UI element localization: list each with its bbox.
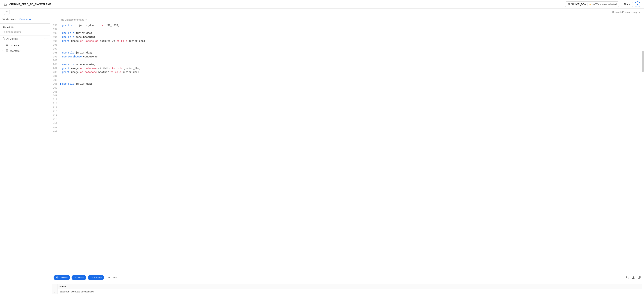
results-tab-results[interactable]: Results bbox=[88, 275, 104, 280]
code-line[interactable] bbox=[62, 90, 642, 94]
sidebar: WorksheetsDatabases Pinned (0) No pinned… bbox=[0, 16, 50, 300]
code-line[interactable] bbox=[62, 109, 642, 113]
line-number: 215 bbox=[53, 117, 57, 121]
code-line[interactable] bbox=[62, 102, 642, 106]
table-cell[interactable]: Statement executed successfully. bbox=[58, 289, 642, 294]
line-number: 193 bbox=[53, 31, 57, 35]
code-line[interactable]: use role junior_dba; bbox=[62, 31, 642, 35]
code-line[interactable] bbox=[62, 28, 642, 32]
code-line[interactable]: grant usage on warehouse compute_wh to r… bbox=[62, 39, 642, 43]
code-content[interactable]: grant role junior_dba to user SF_USER; u… bbox=[60, 24, 644, 273]
line-number: 211 bbox=[53, 102, 57, 106]
svg-rect-15 bbox=[638, 276, 640, 278]
code-line[interactable] bbox=[62, 86, 642, 90]
return-icon bbox=[90, 276, 93, 279]
home-icon[interactable] bbox=[4, 3, 7, 6]
worksheet-title-dropdown[interactable]: CITIBIKE_ZERO_TO_SNOWFLAKE ▼ bbox=[9, 3, 54, 6]
code-line[interactable]: use role junior_dba; bbox=[62, 51, 642, 55]
code-line[interactable]: grant usage on database weather to role … bbox=[62, 70, 642, 74]
code-line[interactable] bbox=[62, 121, 642, 125]
line-number-gutter: 1911921931941951961971981992002012022032… bbox=[50, 24, 60, 273]
warehouse-status-dot bbox=[590, 4, 590, 5]
code-line[interactable] bbox=[62, 47, 642, 51]
db-selector-text: No Database selected bbox=[61, 18, 84, 21]
sidebar-tab-worksheets[interactable]: Worksheets bbox=[2, 16, 16, 23]
results-toolbar: ObjectsEditorResultsChart bbox=[50, 273, 644, 282]
code-line[interactable]: use role accountadmin; bbox=[62, 35, 642, 39]
line-number: 197 bbox=[53, 47, 57, 51]
database-selector-dropdown[interactable]: No Database selected ▼ bbox=[50, 16, 644, 24]
table-row[interactable]: 1Statement executed successfully. bbox=[52, 289, 642, 294]
code-line[interactable]: use role junior_dba; bbox=[62, 82, 642, 86]
svg-point-4 bbox=[6, 11, 6, 12]
line-number: 208 bbox=[53, 90, 57, 94]
results-tab-editor[interactable]: Editor bbox=[72, 275, 86, 280]
content-area: No Database selected ▼ 19119219319419519… bbox=[50, 16, 644, 300]
tree-item-weather[interactable]: ›WEATHER bbox=[0, 48, 50, 53]
code-line[interactable]: use warehouse compute_wh; bbox=[62, 55, 642, 59]
code-line[interactable]: grant role junior_dba to user SF_USER; bbox=[62, 24, 642, 28]
results-table: status 1Statement executed successfully. bbox=[52, 284, 642, 294]
chevron-right-icon: › bbox=[2, 45, 4, 47]
run-button[interactable] bbox=[635, 2, 640, 7]
line-number: 218 bbox=[53, 129, 57, 133]
line-number: 213 bbox=[53, 109, 57, 113]
results-tab-label: Editor bbox=[78, 276, 84, 279]
code-line[interactable]: grant usage on database citibike to role… bbox=[62, 67, 642, 71]
toggle-panel-button[interactable] bbox=[638, 276, 641, 279]
code-line[interactable] bbox=[62, 125, 642, 129]
top-bar: CITIBIKE_ZERO_TO_SNOWFLAKE ▼ JUNIOR_DBA … bbox=[0, 0, 644, 9]
sub-bar: Updated 43 seconds ago ▼ bbox=[0, 9, 644, 16]
line-number: 205 bbox=[53, 78, 57, 82]
code-editor[interactable]: 1911921931941951961971981992002012022032… bbox=[50, 24, 644, 273]
sidebar-tab-databases[interactable]: Databases bbox=[20, 16, 32, 23]
search-results-button[interactable] bbox=[626, 276, 629, 279]
results-tabs: ObjectsEditorResultsChart bbox=[54, 275, 120, 280]
download-results-button[interactable] bbox=[632, 276, 635, 279]
code-line[interactable] bbox=[62, 94, 642, 98]
line-number: 196 bbox=[53, 43, 57, 47]
tree-item-label: WEATHER bbox=[10, 49, 21, 52]
results-tab-chart[interactable]: Chart bbox=[106, 275, 120, 280]
database-tree: ›CITIBIKE›WEATHER bbox=[0, 42, 50, 54]
line-number: 207 bbox=[53, 86, 57, 90]
column-header[interactable]: status bbox=[58, 284, 642, 289]
results-tab-objects[interactable]: Objects bbox=[54, 275, 70, 280]
more-menu-button[interactable]: ••• bbox=[44, 38, 48, 40]
top-bar-right: JUNIOR_DBA No Warehouse selected Share bbox=[565, 2, 640, 7]
line-number: 191 bbox=[53, 24, 57, 28]
svg-point-6 bbox=[3, 38, 4, 39]
play-icon bbox=[637, 4, 638, 5]
code-line[interactable] bbox=[62, 59, 642, 63]
database-icon bbox=[6, 44, 8, 47]
line-number: 210 bbox=[53, 98, 57, 102]
results-tab-label: Results bbox=[94, 276, 102, 279]
code-line[interactable] bbox=[62, 105, 642, 109]
code-line[interactable] bbox=[62, 74, 642, 78]
code-line[interactable] bbox=[62, 113, 642, 117]
settings-toggle-button[interactable] bbox=[4, 10, 10, 15]
code-line[interactable] bbox=[62, 98, 642, 102]
code-line[interactable] bbox=[62, 117, 642, 121]
line-number: 198 bbox=[53, 51, 57, 55]
scrollbar-thumb[interactable] bbox=[642, 51, 644, 72]
svg-line-7 bbox=[4, 39, 5, 40]
code-line[interactable] bbox=[62, 78, 642, 82]
chart-icon bbox=[108, 276, 110, 279]
line-number: 216 bbox=[53, 121, 57, 125]
code-line[interactable] bbox=[62, 43, 642, 47]
sidebar-tabs: WorksheetsDatabases bbox=[0, 16, 50, 24]
code-line[interactable]: use role accountadmin; bbox=[62, 63, 642, 67]
role-icon bbox=[568, 3, 570, 6]
line-number: 201 bbox=[53, 63, 57, 67]
chevron-down-icon: ▼ bbox=[639, 11, 640, 13]
context-selector[interactable]: JUNIOR_DBA No Warehouse selected bbox=[565, 2, 619, 7]
line-number: 217 bbox=[53, 125, 57, 129]
share-button[interactable]: Share bbox=[621, 2, 633, 7]
code-line[interactable] bbox=[62, 129, 642, 133]
tree-item-citibike[interactable]: ›CITIBIKE bbox=[0, 43, 50, 48]
cube-icon bbox=[56, 276, 58, 279]
all-objects-search[interactable]: All Objects bbox=[2, 37, 18, 40]
editor-scrollbar[interactable] bbox=[642, 24, 644, 273]
updated-timestamp-dropdown[interactable]: Updated 43 seconds ago ▼ bbox=[612, 11, 640, 14]
